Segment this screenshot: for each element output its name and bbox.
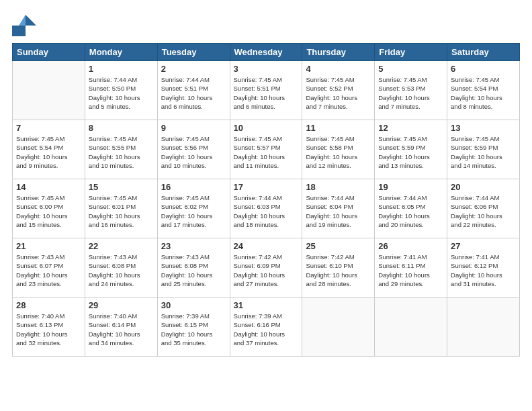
day-cell: 27Sunrise: 7:41 AM Sunset: 6:12 PM Dayli… [447, 238, 520, 298]
day-cell: 12Sunrise: 7:45 AM Sunset: 5:59 PM Dayli… [375, 120, 447, 179]
page-header [12, 12, 520, 36]
day-cell: 7Sunrise: 7:45 AM Sunset: 5:54 PM Daylig… [13, 120, 85, 179]
day-cell: 8Sunrise: 7:45 AM Sunset: 5:55 PM Daylig… [85, 120, 157, 179]
day-cell: 13Sunrise: 7:45 AM Sunset: 5:59 PM Dayli… [447, 120, 520, 179]
day-info: Sunrise: 7:43 AM Sunset: 6:07 PM Dayligh… [16, 253, 81, 288]
day-cell: 5Sunrise: 7:45 AM Sunset: 5:53 PM Daylig… [375, 61, 447, 120]
day-info: Sunrise: 7:43 AM Sunset: 6:08 PM Dayligh… [89, 253, 154, 288]
day-number: 5 [378, 64, 443, 74]
day-cell [447, 298, 520, 357]
day-number: 19 [378, 182, 443, 192]
header-thursday: Thursday [302, 44, 375, 61]
day-number: 28 [16, 300, 81, 310]
day-cell: 16Sunrise: 7:45 AM Sunset: 6:02 PM Dayli… [157, 179, 230, 238]
day-cell: 6Sunrise: 7:45 AM Sunset: 5:54 PM Daylig… [447, 61, 520, 120]
day-info: Sunrise: 7:42 AM Sunset: 6:09 PM Dayligh… [234, 253, 299, 288]
day-info: Sunrise: 7:45 AM Sunset: 5:52 PM Dayligh… [306, 75, 371, 111]
day-info: Sunrise: 7:39 AM Sunset: 6:16 PM Dayligh… [234, 312, 299, 347]
day-cell [302, 298, 375, 357]
day-number: 3 [234, 64, 299, 74]
day-cell: 14Sunrise: 7:45 AM Sunset: 6:00 PM Dayli… [13, 179, 85, 238]
day-info: Sunrise: 7:45 AM Sunset: 5:56 PM Dayligh… [161, 134, 226, 170]
day-info: Sunrise: 7:45 AM Sunset: 6:01 PM Dayligh… [89, 193, 154, 229]
week-row-4: 28Sunrise: 7:40 AM Sunset: 6:13 PM Dayli… [13, 298, 520, 357]
day-info: Sunrise: 7:45 AM Sunset: 5:55 PM Dayligh… [89, 134, 154, 170]
day-info: Sunrise: 7:43 AM Sunset: 6:08 PM Dayligh… [161, 253, 226, 288]
week-row-2: 14Sunrise: 7:45 AM Sunset: 6:00 PM Dayli… [13, 179, 520, 238]
day-number: 24 [234, 241, 299, 251]
day-number: 20 [451, 182, 516, 192]
logo-icon [12, 12, 36, 36]
day-number: 13 [451, 123, 516, 133]
day-cell: 1Sunrise: 7:44 AM Sunset: 5:50 PM Daylig… [85, 61, 157, 120]
day-info: Sunrise: 7:45 AM Sunset: 5:58 PM Dayligh… [306, 134, 371, 170]
day-info: Sunrise: 7:45 AM Sunset: 5:51 PM Dayligh… [234, 75, 299, 111]
day-number: 25 [306, 241, 371, 251]
day-number: 10 [234, 123, 299, 133]
day-info: Sunrise: 7:41 AM Sunset: 6:12 PM Dayligh… [451, 253, 516, 288]
day-cell [375, 298, 447, 357]
day-info: Sunrise: 7:45 AM Sunset: 5:53 PM Dayligh… [378, 75, 443, 111]
day-info: Sunrise: 7:42 AM Sunset: 6:10 PM Dayligh… [306, 253, 371, 288]
header-wednesday: Wednesday [230, 44, 302, 61]
day-info: Sunrise: 7:45 AM Sunset: 5:59 PM Dayligh… [451, 134, 516, 170]
week-row-3: 21Sunrise: 7:43 AM Sunset: 6:07 PM Dayli… [13, 238, 520, 298]
day-info: Sunrise: 7:44 AM Sunset: 5:50 PM Dayligh… [89, 75, 154, 111]
day-info: Sunrise: 7:40 AM Sunset: 6:13 PM Dayligh… [16, 312, 81, 347]
day-cell: 26Sunrise: 7:41 AM Sunset: 6:11 PM Dayli… [375, 238, 447, 298]
day-info: Sunrise: 7:41 AM Sunset: 6:11 PM Dayligh… [378, 253, 443, 288]
day-info: Sunrise: 7:45 AM Sunset: 5:54 PM Dayligh… [451, 75, 516, 111]
calendar-container: SundayMondayTuesdayWednesdayThursdayFrid… [12, 43, 520, 357]
day-number: 27 [451, 241, 516, 251]
day-number: 1 [89, 64, 154, 74]
header-sunday: Sunday [13, 44, 85, 61]
day-info: Sunrise: 7:40 AM Sunset: 6:14 PM Dayligh… [89, 312, 154, 347]
day-number: 22 [89, 241, 154, 251]
day-number: 17 [234, 182, 299, 192]
day-info: Sunrise: 7:44 AM Sunset: 5:51 PM Dayligh… [161, 75, 226, 111]
header-tuesday: Tuesday [157, 44, 230, 61]
day-info: Sunrise: 7:44 AM Sunset: 6:03 PM Dayligh… [234, 193, 299, 229]
day-info: Sunrise: 7:45 AM Sunset: 6:02 PM Dayligh… [161, 193, 226, 229]
day-info: Sunrise: 7:44 AM Sunset: 6:04 PM Dayligh… [306, 193, 371, 229]
day-number: 16 [161, 182, 226, 192]
day-cell: 18Sunrise: 7:44 AM Sunset: 6:04 PM Dayli… [302, 179, 375, 238]
day-number: 31 [234, 300, 299, 310]
day-cell: 20Sunrise: 7:44 AM Sunset: 6:06 PM Dayli… [447, 179, 520, 238]
day-cell: 30Sunrise: 7:39 AM Sunset: 6:15 PM Dayli… [157, 298, 230, 357]
day-cell: 9Sunrise: 7:45 AM Sunset: 5:56 PM Daylig… [157, 120, 230, 179]
day-cell: 29Sunrise: 7:40 AM Sunset: 6:14 PM Dayli… [85, 298, 157, 357]
day-info: Sunrise: 7:45 AM Sunset: 5:54 PM Dayligh… [16, 134, 81, 170]
day-number: 14 [16, 182, 81, 192]
day-cell: 2Sunrise: 7:44 AM Sunset: 5:51 PM Daylig… [157, 61, 230, 120]
day-number: 12 [378, 123, 443, 133]
header-friday: Friday [375, 44, 447, 61]
day-number: 18 [306, 182, 371, 192]
day-cell: 23Sunrise: 7:43 AM Sunset: 6:08 PM Dayli… [157, 238, 230, 298]
day-cell: 3Sunrise: 7:45 AM Sunset: 5:51 PM Daylig… [230, 61, 302, 120]
svg-marker-0 [26, 15, 36, 26]
day-cell: 17Sunrise: 7:44 AM Sunset: 6:03 PM Dayli… [230, 179, 302, 238]
day-number: 29 [89, 300, 154, 310]
day-cell: 21Sunrise: 7:43 AM Sunset: 6:07 PM Dayli… [13, 238, 85, 298]
day-number: 30 [161, 300, 226, 310]
day-cell: 24Sunrise: 7:42 AM Sunset: 6:09 PM Dayli… [230, 238, 302, 298]
day-cell: 28Sunrise: 7:40 AM Sunset: 6:13 PM Dayli… [13, 298, 85, 357]
day-number: 6 [451, 64, 516, 74]
day-number: 15 [89, 182, 154, 192]
day-info: Sunrise: 7:44 AM Sunset: 6:05 PM Dayligh… [378, 193, 443, 229]
day-number: 26 [378, 241, 443, 251]
day-number: 23 [161, 241, 226, 251]
day-cell: 4Sunrise: 7:45 AM Sunset: 5:52 PM Daylig… [302, 61, 375, 120]
day-info: Sunrise: 7:45 AM Sunset: 5:57 PM Dayligh… [234, 134, 299, 170]
day-info: Sunrise: 7:44 AM Sunset: 6:06 PM Dayligh… [451, 193, 516, 229]
svg-marker-1 [19, 15, 26, 26]
day-number: 4 [306, 64, 371, 74]
day-info: Sunrise: 7:39 AM Sunset: 6:15 PM Dayligh… [161, 312, 226, 347]
day-cell [13, 61, 85, 120]
header-saturday: Saturday [447, 44, 520, 61]
week-row-0: 1Sunrise: 7:44 AM Sunset: 5:50 PM Daylig… [13, 61, 520, 120]
day-cell: 11Sunrise: 7:45 AM Sunset: 5:58 PM Dayli… [302, 120, 375, 179]
day-cell: 19Sunrise: 7:44 AM Sunset: 6:05 PM Dayli… [375, 179, 447, 238]
logo [12, 12, 39, 36]
